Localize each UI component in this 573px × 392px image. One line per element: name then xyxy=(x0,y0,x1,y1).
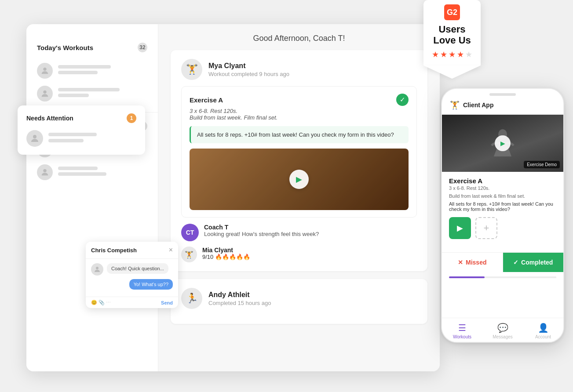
workouts-nav-icon: ☰ xyxy=(458,323,466,333)
sidebar-line xyxy=(58,167,98,170)
chat-received-message: Coach! Quick question... xyxy=(107,263,168,274)
coach-comment-text: Looking great! How's strength feel this … xyxy=(204,231,319,237)
messages-nav-label: Messages xyxy=(493,334,513,339)
mia-response-score: 9/10 🔥🔥🔥🔥🔥 xyxy=(202,254,250,260)
phone-exercise-name: Exercise A xyxy=(449,177,556,185)
svg-point-0 xyxy=(43,68,46,71)
mya-card-header: 🏋️ Mya Clyant Workout completed 9 hours … xyxy=(181,59,417,80)
workout-card-mya: 🏋️ Mya Clyant Workout completed 9 hours … xyxy=(171,50,427,271)
phone-nav-workouts[interactable]: ☰ Workouts xyxy=(442,323,482,339)
chat-contact-name: Chris Competish xyxy=(91,247,137,254)
chat-footer: 😊 📎 ⋯ Send xyxy=(86,297,178,308)
chat-sent-message: Yo! What's up?? xyxy=(129,279,173,290)
andy-card-header: 🏃 Andy Athleit Completed 15 hours ago xyxy=(181,288,417,309)
needs-attention-label: Needs Attention xyxy=(26,115,73,122)
phone-exercise-comment: All sets for 8 reps. +10# from last week… xyxy=(449,201,556,212)
na-avatar xyxy=(26,130,43,147)
sidebar-line xyxy=(58,71,98,74)
coach-name: Coach T xyxy=(204,224,319,231)
star-3: ★ xyxy=(449,50,456,59)
completed-check-icon: ✓ xyxy=(513,259,518,266)
phone-video-add-button[interactable]: + xyxy=(475,217,497,239)
phone-progress-track xyxy=(449,276,556,278)
exercise-check-icon: ✓ xyxy=(396,94,409,106)
phone-notch-area xyxy=(442,89,563,98)
phone-notch xyxy=(489,93,516,96)
video-thumbnail[interactable]: ▶ xyxy=(190,149,409,210)
needs-attention-user[interactable] xyxy=(26,130,136,147)
phone-missed-button[interactable]: ✕ Missed xyxy=(442,253,503,272)
phone-exercise-meta: 3 x 6-8. Rest 120s. xyxy=(449,185,556,191)
sidebar: Today's Workouts 32 xyxy=(26,24,158,371)
g2-badge: G2 UsersLove Us ★ ★ ★ ★ ★ xyxy=(423,0,481,79)
chat-icons: 😊 📎 ⋯ xyxy=(91,300,111,305)
na-user-lines xyxy=(48,133,136,145)
andy-name: Andy Athleit xyxy=(208,291,271,299)
sidebar-line xyxy=(58,94,89,97)
missed-label: Missed xyxy=(466,259,486,266)
phone-video-small-row: ▶ + xyxy=(449,217,556,239)
needs-attention-count: 1 xyxy=(127,113,136,123)
phone-small-video-thumb[interactable]: ▶ xyxy=(449,217,471,239)
phone-nav-messages[interactable]: 💬 Messages xyxy=(482,323,523,339)
star-1: ★ xyxy=(432,50,439,59)
exercise-a-name: Exercise A xyxy=(190,96,223,104)
phone-action-row: ✕ Missed ✓ Completed xyxy=(442,252,563,272)
svg-point-3 xyxy=(43,169,46,172)
chat-bubble-card: Chris Competish × Coach! Quick question.… xyxy=(86,242,178,308)
messages-nav-icon: 💬 xyxy=(497,323,508,333)
svg-point-4 xyxy=(33,135,36,138)
sidebar-user-lines-2 xyxy=(58,88,147,99)
andy-avatar: 🏃 xyxy=(181,288,202,309)
phone-progress-empty xyxy=(486,276,534,278)
todays-workouts-section: Today's Workouts 32 xyxy=(26,35,158,110)
sidebar-user-lines-1 xyxy=(58,65,147,76)
chat-send-label[interactable]: Send xyxy=(161,300,173,305)
na-line-1 xyxy=(48,133,97,136)
mya-name: Mya Clyant xyxy=(208,62,289,70)
andy-sub: Completed 15 hours ago xyxy=(208,300,271,306)
phone-progress-bar xyxy=(442,272,563,281)
dashboard-window: Today's Workouts 32 xyxy=(26,24,440,371)
phone-header-icon: 🏋️ xyxy=(450,100,460,110)
mya-avatar: 🏋️ xyxy=(181,59,202,80)
chat-received-row: Coach! Quick question... xyxy=(91,263,173,276)
na-line-2 xyxy=(48,139,84,142)
account-nav-icon: 👤 xyxy=(538,323,549,333)
mia-response-avatar: 🏋️ xyxy=(181,247,197,262)
reminder-avatar-2 xyxy=(37,164,53,180)
video-play-button[interactable]: ▶ xyxy=(289,170,309,189)
chat-header: Chris Competish × xyxy=(86,242,178,259)
sidebar-user-row-1[interactable] xyxy=(37,59,147,82)
mia-response-name: Mia Clyant xyxy=(202,247,250,254)
chat-sender-avatar xyxy=(91,263,103,276)
phone-completed-button[interactable]: ✓ Completed xyxy=(503,253,564,272)
star-2: ★ xyxy=(440,50,447,59)
reminder-row-2[interactable] xyxy=(37,161,147,184)
workouts-nav-label: Workouts xyxy=(453,334,471,339)
g2-logo: G2 xyxy=(444,4,460,20)
coach-avatar: CT xyxy=(181,224,199,241)
g2-title: UsersLove Us xyxy=(430,24,474,46)
chat-body: Coach! Quick question... Yo! What's up?? xyxy=(86,259,178,297)
main-content: Good Afternoon, Coach T! 🏋️ Mya Clyant W… xyxy=(158,24,440,371)
exercise-block-a: Exercise A ✓ 3 x 6-8. Rest 120s.Build fr… xyxy=(181,86,417,218)
phone-video-label: Exercise Demo xyxy=(524,161,560,168)
svg-point-5 xyxy=(96,267,99,269)
phone-video-thumbnail[interactable]: ▶ Exercise Demo xyxy=(442,115,563,172)
sidebar-line xyxy=(58,65,111,69)
chat-close-button[interactable]: × xyxy=(169,246,173,254)
todays-workouts-count: 32 xyxy=(138,43,147,52)
completed-label: Completed xyxy=(521,259,553,266)
mya-sub: Workout completed 9 hours ago xyxy=(208,71,289,77)
star-5: ★ xyxy=(465,50,472,59)
phone-bottom-nav: ☰ Workouts 💬 Messages 👤 Account xyxy=(442,318,563,342)
phone-play-button[interactable]: ▶ xyxy=(495,135,511,151)
todays-workouts-label: Today's Workouts xyxy=(37,44,93,51)
client-comment-block: All sets for 8 reps. +10# from last week… xyxy=(190,126,409,143)
sidebar-user-row-2[interactable] xyxy=(37,82,147,105)
phone-nav-account[interactable]: 👤 Account xyxy=(523,323,563,339)
needs-attention-card: Needs Attention 1 xyxy=(18,105,145,155)
reminder-lines-2 xyxy=(58,167,147,178)
mobile-phone: 🏋️ Client App ▶ Exercise Demo Exercise A… xyxy=(441,88,564,343)
